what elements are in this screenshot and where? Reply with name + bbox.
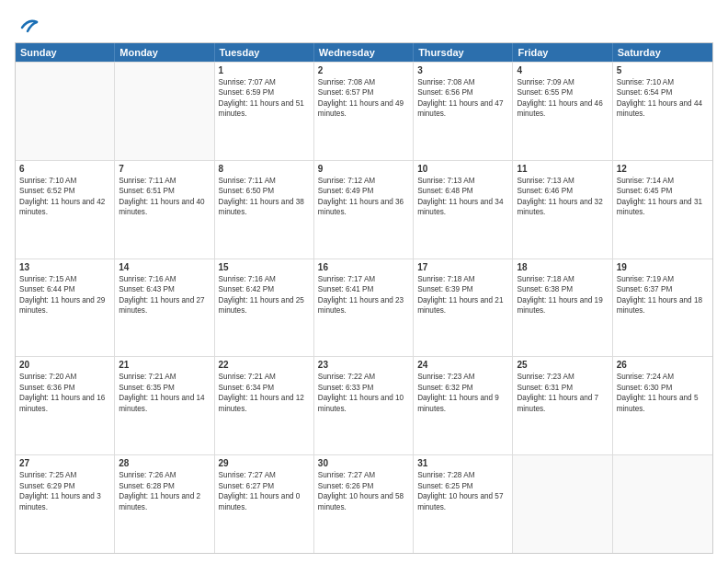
sunrise: Sunrise: 7:21 AM	[219, 372, 310, 382]
sunrise: Sunrise: 7:17 AM	[318, 274, 409, 284]
day-number: 8	[219, 164, 310, 174]
calendar-row-4: 20Sunrise: 7:20 AMSunset: 6:36 PMDayligh…	[16, 356, 712, 454]
day-number: 15	[219, 262, 310, 272]
calendar-row-2: 6Sunrise: 7:10 AMSunset: 6:52 PMDaylight…	[16, 160, 712, 259]
daylight: Daylight: 11 hours and 7 minutes.	[517, 393, 608, 414]
sunset: Sunset: 6:42 PM	[219, 284, 310, 294]
sunrise: Sunrise: 7:28 AM	[417, 470, 508, 480]
daylight: Daylight: 10 hours and 57 minutes.	[417, 491, 508, 512]
sunset: Sunset: 6:38 PM	[517, 284, 608, 294]
sunrise: Sunrise: 7:20 AM	[19, 372, 110, 382]
sunset: Sunset: 6:45 PM	[617, 186, 709, 196]
day-number: 13	[19, 262, 110, 272]
calendar-cell: 20Sunrise: 7:20 AMSunset: 6:36 PMDayligh…	[16, 357, 115, 454]
day-number: 26	[617, 360, 709, 370]
calendar-row-1: 1Sunrise: 7:07 AMSunset: 6:59 PMDaylight…	[16, 62, 712, 160]
calendar-page: SundayMondayTuesdayWednesdayThursdayFrid…	[0, 0, 728, 563]
calendar-cell: 5Sunrise: 7:10 AMSunset: 6:54 PMDaylight…	[613, 63, 712, 160]
daylight: Daylight: 11 hours and 38 minutes.	[219, 197, 310, 218]
daylight: Daylight: 11 hours and 21 minutes.	[417, 295, 508, 316]
calendar-header-monday: Monday	[115, 43, 214, 62]
sunset: Sunset: 6:43 PM	[119, 284, 210, 294]
sunset: Sunset: 6:25 PM	[417, 481, 508, 491]
sunset: Sunset: 6:41 PM	[318, 284, 409, 294]
sunrise: Sunrise: 7:23 AM	[517, 372, 608, 382]
calendar-header-row: SundayMondayTuesdayWednesdayThursdayFrid…	[16, 43, 712, 62]
sunrise: Sunrise: 7:18 AM	[417, 274, 508, 284]
daylight: Daylight: 11 hours and 9 minutes.	[417, 393, 508, 414]
sunset: Sunset: 6:35 PM	[119, 383, 210, 393]
calendar-header-saturday: Saturday	[613, 43, 712, 62]
sunrise: Sunrise: 7:27 AM	[318, 470, 409, 480]
day-number: 17	[417, 262, 508, 272]
sunrise: Sunrise: 7:08 AM	[417, 77, 508, 87]
calendar-body: 1Sunrise: 7:07 AMSunset: 6:59 PMDaylight…	[16, 62, 712, 553]
daylight: Daylight: 11 hours and 40 minutes.	[119, 197, 210, 218]
calendar-cell: 27Sunrise: 7:25 AMSunset: 6:29 PMDayligh…	[16, 455, 115, 553]
day-number: 31	[417, 458, 508, 468]
sunset: Sunset: 6:39 PM	[417, 284, 508, 294]
calendar: SundayMondayTuesdayWednesdayThursdayFrid…	[15, 42, 713, 554]
calendar-cell: 26Sunrise: 7:24 AMSunset: 6:30 PMDayligh…	[613, 357, 712, 454]
calendar-cell: 30Sunrise: 7:27 AMSunset: 6:26 PMDayligh…	[314, 455, 414, 553]
sunrise: Sunrise: 7:12 AM	[318, 176, 409, 186]
daylight: Daylight: 11 hours and 23 minutes.	[318, 295, 409, 316]
sunrise: Sunrise: 7:27 AM	[219, 470, 310, 480]
sunrise: Sunrise: 7:08 AM	[318, 77, 409, 87]
sunset: Sunset: 6:27 PM	[219, 481, 310, 491]
day-number: 1	[219, 65, 310, 75]
daylight: Daylight: 11 hours and 5 minutes.	[617, 393, 709, 414]
sunset: Sunset: 6:54 PM	[617, 87, 709, 98]
sunrise: Sunrise: 7:24 AM	[617, 372, 709, 382]
daylight: Daylight: 11 hours and 16 minutes.	[19, 393, 110, 414]
calendar-row-3: 13Sunrise: 7:15 AMSunset: 6:44 PMDayligh…	[16, 259, 712, 357]
calendar-cell: 25Sunrise: 7:23 AMSunset: 6:31 PMDayligh…	[513, 357, 612, 454]
calendar-cell: 14Sunrise: 7:16 AMSunset: 6:43 PMDayligh…	[115, 259, 214, 357]
sunset: Sunset: 6:34 PM	[219, 383, 310, 393]
daylight: Daylight: 10 hours and 58 minutes.	[318, 491, 409, 512]
calendar-cell: 29Sunrise: 7:27 AMSunset: 6:27 PMDayligh…	[215, 455, 314, 553]
sunset: Sunset: 6:57 PM	[318, 87, 409, 98]
day-number: 12	[617, 164, 709, 174]
sunset: Sunset: 6:26 PM	[318, 481, 409, 491]
day-number: 7	[119, 164, 210, 174]
calendar-cell: 17Sunrise: 7:18 AMSunset: 6:39 PMDayligh…	[414, 259, 513, 357]
day-number: 5	[617, 65, 709, 75]
sunrise: Sunrise: 7:14 AM	[617, 176, 709, 186]
daylight: Daylight: 11 hours and 2 minutes.	[119, 491, 210, 512]
calendar-cell: 24Sunrise: 7:23 AMSunset: 6:32 PMDayligh…	[414, 357, 513, 454]
day-number: 3	[417, 65, 508, 75]
calendar-cell: 11Sunrise: 7:13 AMSunset: 6:46 PMDayligh…	[513, 161, 612, 259]
daylight: Daylight: 11 hours and 25 minutes.	[219, 295, 310, 316]
calendar-header-wednesday: Wednesday	[314, 43, 414, 62]
daylight: Daylight: 11 hours and 47 minutes.	[417, 98, 508, 120]
calendar-cell: 16Sunrise: 7:17 AMSunset: 6:41 PMDayligh…	[314, 259, 414, 357]
day-number: 29	[219, 458, 310, 468]
daylight: Daylight: 11 hours and 36 minutes.	[318, 197, 409, 218]
calendar-cell: 1Sunrise: 7:07 AMSunset: 6:59 PMDaylight…	[215, 63, 314, 160]
calendar-cell: 19Sunrise: 7:19 AMSunset: 6:37 PMDayligh…	[613, 259, 712, 357]
calendar-cell	[16, 63, 115, 160]
calendar-cell	[513, 455, 612, 553]
daylight: Daylight: 11 hours and 19 minutes.	[517, 295, 608, 316]
logo-icon	[18, 15, 39, 35]
sunrise: Sunrise: 7:19 AM	[617, 274, 709, 284]
sunset: Sunset: 6:56 PM	[417, 87, 508, 98]
sunrise: Sunrise: 7:16 AM	[119, 274, 210, 284]
sunset: Sunset: 6:33 PM	[318, 383, 409, 393]
day-number: 21	[119, 360, 210, 370]
sunset: Sunset: 6:51 PM	[119, 186, 210, 196]
calendar-cell: 18Sunrise: 7:18 AMSunset: 6:38 PMDayligh…	[513, 259, 612, 357]
day-number: 25	[517, 360, 608, 370]
sunset: Sunset: 6:36 PM	[19, 383, 110, 393]
calendar-cell: 15Sunrise: 7:16 AMSunset: 6:42 PMDayligh…	[215, 259, 314, 357]
sunrise: Sunrise: 7:18 AM	[517, 274, 608, 284]
calendar-cell: 31Sunrise: 7:28 AMSunset: 6:25 PMDayligh…	[414, 455, 513, 553]
calendar-cell: 4Sunrise: 7:09 AMSunset: 6:55 PMDaylight…	[513, 63, 612, 160]
daylight: Daylight: 11 hours and 46 minutes.	[517, 98, 608, 120]
sunset: Sunset: 6:59 PM	[219, 87, 310, 98]
daylight: Daylight: 11 hours and 32 minutes.	[517, 197, 608, 218]
calendar-cell: 9Sunrise: 7:12 AMSunset: 6:49 PMDaylight…	[314, 161, 414, 259]
calendar-cell	[613, 455, 712, 553]
day-number: 20	[19, 360, 110, 370]
